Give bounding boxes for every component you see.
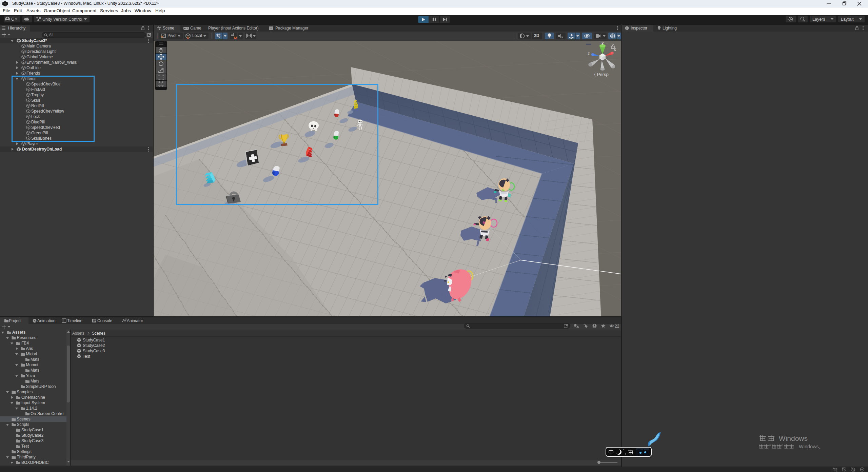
svg-text:z: z xyxy=(588,51,590,56)
svg-text:22: 22 xyxy=(615,324,619,329)
svg-text:°: ° xyxy=(623,448,624,452)
svg-text:Y: Y xyxy=(218,36,220,39)
svg-text:,: , xyxy=(625,450,626,455)
svg-text:x: x xyxy=(614,47,616,52)
svg-text:G: G xyxy=(11,17,14,22)
svg-text:“: “ xyxy=(769,444,771,449)
svg-text:y: y xyxy=(601,40,604,45)
svg-text:”: ” xyxy=(782,444,783,449)
